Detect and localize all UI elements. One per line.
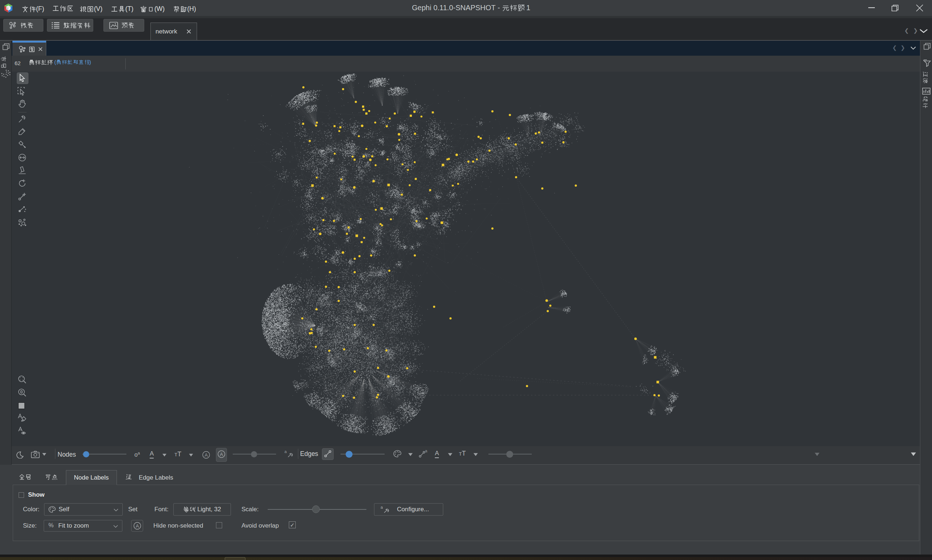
svg-text:a: a (284, 449, 287, 454)
svg-text:a: a (425, 449, 427, 453)
svg-text:A: A (220, 452, 223, 457)
svg-text:A: A (136, 523, 139, 529)
svg-text:a: a (381, 505, 383, 509)
svg-text:A: A (205, 452, 208, 458)
